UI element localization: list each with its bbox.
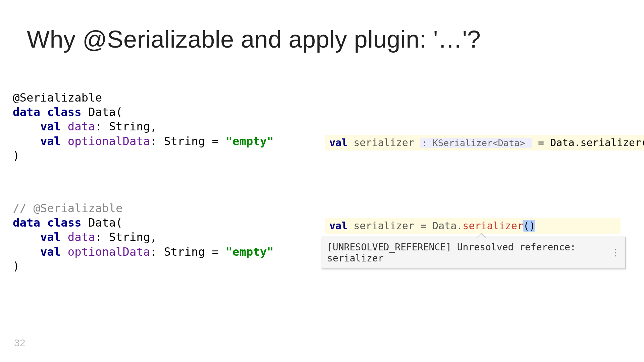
field-data-2: data	[68, 230, 95, 244]
kw-val-2: val	[40, 134, 61, 148]
ide-snippet-ok: val serializer : KSerializer<Data> = Dat…	[325, 135, 644, 150]
string-literal: "empty"	[226, 134, 274, 148]
close-paren-2: )	[13, 259, 19, 273]
kebab-icon[interactable]: ⋮	[611, 248, 621, 258]
string-literal-2: "empty"	[226, 245, 274, 258]
ide-var-serializer: serializer	[347, 137, 420, 148]
field-optional-type-2: : String =	[150, 245, 225, 258]
field-data-type: : String,	[95, 120, 157, 133]
ide-type-hint: : KSerializer<Data>	[420, 138, 532, 148]
tooltip-pointer-icon	[477, 233, 486, 238]
class-name: Data(	[88, 105, 122, 119]
class-name-2: Data(	[88, 216, 122, 229]
field-optional: optionalData	[68, 134, 150, 148]
tooltip-text: [UNRESOLVED_REFERENCE] Unresolved refere…	[327, 242, 576, 264]
ide-var-serializer-2: serializer = Data.	[347, 220, 463, 232]
paren-open: (	[523, 220, 529, 232]
ide-kw-val: val	[329, 137, 347, 148]
ide-error-call: serializer	[463, 220, 523, 232]
field-data: data	[68, 120, 95, 133]
kw-data-class-2: data class	[13, 216, 82, 229]
annotation-text: @Serializable	[13, 91, 102, 104]
paren-close: )	[529, 220, 535, 232]
error-tooltip: [UNRESOLVED_REFERENCE] Unresolved refere…	[322, 237, 626, 269]
close-paren: )	[13, 149, 19, 162]
code-block-commented: // @Serializable data class Data( val da…	[13, 201, 274, 274]
kw-data-class: data class	[13, 105, 82, 119]
code-block-serializable: @Serializable data class Data( val data:…	[13, 90, 274, 163]
field-optional-2: optionalData	[68, 245, 150, 258]
slide-title: Why @Serializable and apply plugin: '…'?	[27, 25, 481, 53]
ide-kw-val-2: val	[329, 220, 347, 232]
field-optional-type: : String =	[150, 134, 225, 148]
slide: Why @Serializable and apply plugin: '…'?…	[0, 0, 644, 362]
kw-val: val	[40, 120, 61, 133]
field-data-type-2: : String,	[95, 230, 157, 244]
comment-line: // @Serializable	[13, 201, 123, 215]
kw-val-4: val	[40, 245, 61, 258]
page-number: 32	[14, 337, 25, 349]
kw-val-3: val	[40, 230, 61, 244]
ide-eq-call: = Data.serializer()	[532, 137, 644, 148]
ide-snippet-error: val serializer = Data.serializer()	[325, 218, 621, 234]
